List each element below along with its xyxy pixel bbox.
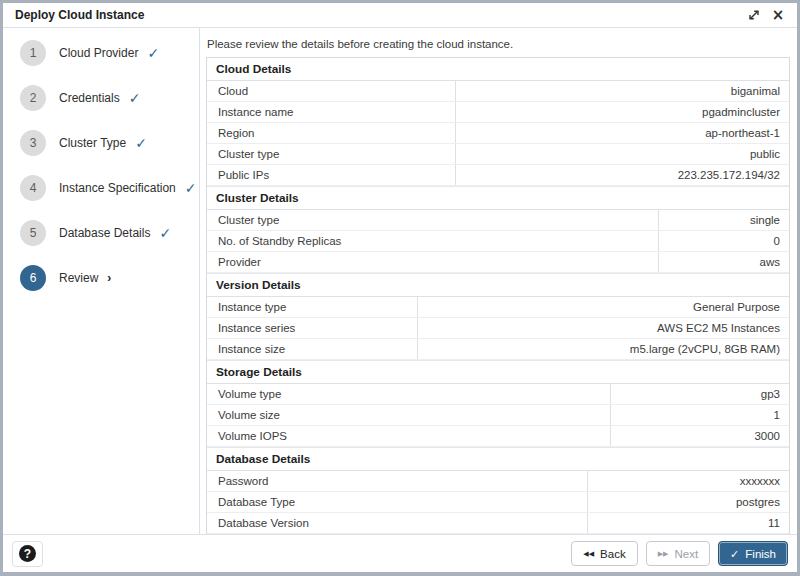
step-number-badge: 2 — [20, 85, 46, 111]
step-number-badge: 1 — [20, 40, 46, 66]
table-row: Volume type gp3 — [207, 384, 789, 405]
row-label: Public IPs — [207, 165, 456, 185]
row-label: Volume size — [207, 405, 611, 425]
row-label: Database Version — [207, 513, 588, 533]
row-value: aws — [659, 252, 789, 272]
step-number-badge: 4 — [20, 175, 46, 201]
finish-button[interactable]: ✓ Finish — [718, 541, 788, 566]
check-icon: ✓ — [159, 225, 171, 241]
row-value: pgadmincluster — [456, 102, 790, 122]
deploy-cloud-instance-dialog: Deploy Cloud Instance × 1 Cloud Provider… — [0, 0, 800, 576]
next-button-label: Next — [674, 548, 698, 560]
review-summary: Cloud Details Cloud biganimal Instance n… — [206, 57, 790, 534]
row-value: m5.large (2vCPU, 8GB RAM) — [418, 339, 789, 359]
table-row: Database Type postgres — [207, 492, 789, 513]
row-value: 0 — [659, 231, 789, 251]
step-number-badge: 3 — [20, 130, 46, 156]
table-row: Volume size 1 — [207, 405, 789, 426]
row-value: AWS EC2 M5 Instances — [418, 318, 789, 338]
dialog-titlebar: Deploy Cloud Instance × — [3, 3, 797, 28]
row-value: postgres — [588, 492, 789, 512]
section-title: Cluster Details — [207, 186, 789, 210]
row-value: 11 — [588, 513, 789, 533]
dialog-footer: ? ◀◀ Back ▶▶ Next ✓ Finish — [3, 534, 797, 572]
table-row: Instance type General Purpose — [207, 297, 789, 318]
wizard-stepper: 1 Cloud Provider ✓ 2 Credentials ✓ 3 Clu… — [3, 28, 200, 534]
dialog-body: 1 Cloud Provider ✓ 2 Credentials ✓ 3 Clu… — [3, 28, 797, 534]
step-label: Instance Specification — [59, 181, 176, 195]
row-label: Provider — [207, 252, 659, 272]
check-icon: ✓ — [147, 45, 159, 61]
row-label: Password — [207, 471, 588, 491]
table-row: Cluster type single — [207, 210, 789, 231]
table-row: Region ap-northeast-1 — [207, 123, 789, 144]
table-row: Cloud biganimal — [207, 81, 789, 102]
check-icon: ✓ — [185, 180, 197, 196]
table-row: No. of Standby Replicas 0 — [207, 231, 789, 252]
row-value: 223.235.172.194/32 — [456, 165, 790, 185]
review-panel: Please review the details before creatin… — [200, 28, 797, 534]
review-note: Please review the details before creatin… — [207, 38, 790, 50]
row-label: Region — [207, 123, 456, 143]
section-title: Database Details — [207, 447, 789, 471]
check-icon: ✓ — [730, 548, 739, 561]
close-icon[interactable]: × — [769, 6, 787, 24]
step-label: Credentials — [59, 91, 120, 105]
section-version-details: Version Details Instance type General Pu… — [207, 273, 789, 360]
step-credentials[interactable]: 2 Credentials ✓ — [3, 75, 199, 120]
table-row: Public IPs 223.235.172.194/32 — [207, 165, 789, 186]
row-label: Database Type — [207, 492, 588, 512]
step-label: Cloud Provider — [59, 46, 138, 60]
row-label: Cluster type — [207, 210, 659, 230]
step-cluster-type[interactable]: 3 Cluster Type ✓ — [3, 120, 199, 165]
row-label: Volume type — [207, 384, 611, 404]
row-value: public — [456, 144, 790, 164]
table-row: Cluster type public — [207, 144, 789, 165]
step-number-badge: 6 — [20, 265, 46, 291]
row-label: Cluster type — [207, 144, 456, 164]
row-label: Instance size — [207, 339, 418, 359]
finish-button-label: Finish — [745, 548, 776, 560]
double-left-arrow-icon: ◀◀ — [583, 550, 594, 558]
table-row: Instance name pgadmincluster — [207, 102, 789, 123]
row-label: Cloud — [207, 81, 456, 101]
help-icon: ? — [19, 545, 36, 562]
step-instance-specification[interactable]: 4 Instance Specification ✓ — [3, 165, 199, 210]
double-right-arrow-icon: ▶▶ — [658, 550, 669, 558]
back-button-label: Back — [600, 548, 626, 560]
row-label: No. of Standby Replicas — [207, 231, 659, 251]
step-cloud-provider[interactable]: 1 Cloud Provider ✓ — [3, 30, 199, 75]
table-row: Password xxxxxxx — [207, 471, 789, 492]
row-value: single — [659, 210, 789, 230]
table-row: Instance size m5.large (2vCPU, 8GB RAM) — [207, 339, 789, 360]
step-label: Database Details — [59, 226, 150, 240]
section-title: Cloud Details — [207, 58, 789, 81]
row-label: Instance series — [207, 318, 418, 338]
step-database-details[interactable]: 5 Database Details ✓ — [3, 210, 199, 255]
help-button[interactable]: ? — [12, 541, 43, 567]
table-row: Provider aws — [207, 252, 789, 273]
row-label: Instance type — [207, 297, 418, 317]
step-label: Review — [59, 271, 98, 285]
dialog-title: Deploy Cloud Instance — [15, 8, 739, 22]
row-label: Instance name — [207, 102, 456, 122]
row-value: ap-northeast-1 — [456, 123, 790, 143]
section-title: Storage Details — [207, 360, 789, 384]
check-icon: ✓ — [135, 135, 147, 151]
check-icon: ✓ — [129, 90, 141, 106]
back-button[interactable]: ◀◀ Back — [571, 541, 637, 566]
section-database-details: Database Details Password xxxxxxx Databa… — [207, 447, 789, 534]
step-review[interactable]: 6 Review › — [3, 255, 199, 300]
section-storage-details: Storage Details Volume type gp3 Volume s… — [207, 360, 789, 447]
step-number-badge: 5 — [20, 220, 46, 246]
row-value: 3000 — [611, 426, 789, 446]
chevron-right-icon: › — [107, 271, 111, 285]
next-button[interactable]: ▶▶ Next — [646, 541, 710, 566]
row-value: biganimal — [456, 81, 790, 101]
section-cloud-details: Cloud Details Cloud biganimal Instance n… — [207, 58, 789, 186]
table-row: Volume IOPS 3000 — [207, 426, 789, 447]
row-value: xxxxxxx — [588, 471, 789, 491]
maximize-icon[interactable] — [745, 6, 763, 24]
section-title: Version Details — [207, 273, 789, 297]
row-value: General Purpose — [418, 297, 789, 317]
